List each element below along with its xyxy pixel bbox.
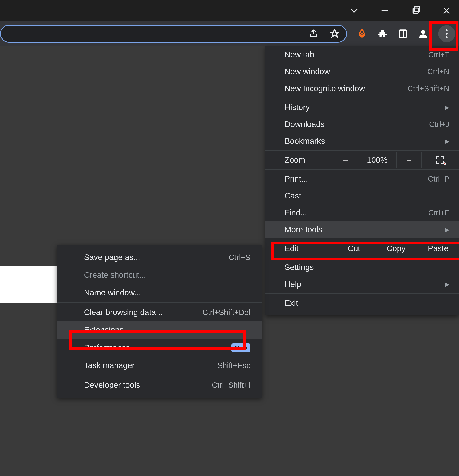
submenu-arrow-icon: ▶ (445, 226, 449, 233)
menu-label: Clear browsing data... (84, 308, 202, 317)
menu-label: History (284, 103, 445, 112)
menu-label: New tab (284, 50, 428, 59)
menu-label: Exit (284, 298, 449, 308)
window-maximize-button[interactable] (407, 2, 424, 19)
menu-label: Help (284, 280, 445, 289)
menu-item-new-tab[interactable]: New tab Ctrl+T (265, 46, 459, 63)
menu-shortcut: Ctrl+F (428, 208, 449, 217)
menu-shortcut: Ctrl+Shift+N (407, 84, 449, 93)
edit-copy-button[interactable]: Copy (375, 240, 417, 257)
submenu-item-task-manager[interactable]: Task manager Shift+Esc (57, 357, 262, 374)
menu-item-new-incognito[interactable]: New Incognito window Ctrl+Shift+N (265, 80, 459, 97)
menu-item-print[interactable]: Print... Ctrl+P (265, 170, 459, 187)
submenu-arrow-icon: ▶ (445, 137, 449, 145)
address-bar[interactable] (0, 25, 347, 42)
menu-item-bookmarks[interactable]: Bookmarks ▶ (265, 133, 459, 150)
menu-item-history[interactable]: History ▶ (265, 99, 459, 116)
menu-label: Save page as... (84, 253, 229, 262)
menu-label: Create shortcut... (84, 270, 250, 280)
svg-marker-5 (331, 29, 338, 37)
menu-shortcut: Ctrl+P (428, 175, 449, 183)
menu-shortcut: Shift+Esc (218, 361, 250, 370)
edit-label: Edit (265, 240, 333, 257)
menu-label: New window (284, 67, 427, 76)
menu-separator (57, 302, 262, 303)
share-icon[interactable] (309, 29, 318, 39)
menu-separator (265, 169, 459, 170)
menu-separator (265, 293, 459, 294)
menu-separator (265, 98, 459, 98)
main-menu: New tab Ctrl+T New window Ctrl+N New Inc… (265, 46, 459, 315)
menu-label: New Incognito window (284, 84, 407, 93)
fullscreen-button[interactable] (421, 152, 459, 169)
menu-item-cast[interactable]: Cast... (265, 187, 459, 204)
tab-search-icon[interactable] (345, 2, 363, 19)
menu-label: Developer tools (84, 380, 212, 390)
menu-label: More tools (284, 225, 445, 234)
zoom-out-button[interactable]: − (333, 152, 358, 169)
menu-label: Find... (284, 208, 428, 217)
svg-point-6 (361, 34, 363, 36)
menu-shortcut: Ctrl+N (427, 67, 449, 76)
submenu-item-extensions[interactable]: Extensions (57, 321, 262, 339)
menu-item-downloads[interactable]: Downloads Ctrl+J (265, 116, 459, 133)
menu-label: Performance (84, 343, 227, 352)
menu-label: Settings (284, 263, 449, 272)
zoom-label: Zoom (265, 155, 333, 165)
menu-label: Cast... (284, 191, 449, 200)
more-tools-submenu: Save page as... Ctrl+S Create shortcut..… (57, 245, 262, 398)
browser-toolbar (0, 21, 459, 46)
menu-item-find[interactable]: Find... Ctrl+F (265, 204, 459, 221)
window-titlebar (0, 0, 459, 21)
submenu-item-performance[interactable]: Performance New (57, 339, 262, 357)
extension-flame-icon[interactable] (357, 28, 367, 39)
submenu-arrow-icon: ▶ (445, 104, 449, 111)
new-badge: New (231, 343, 250, 352)
window-minimize-button[interactable] (376, 2, 394, 19)
menu-separator (265, 150, 459, 151)
menu-item-more-tools[interactable]: More tools ▶ (265, 221, 459, 238)
menu-shortcut: Ctrl+Shift+Del (202, 308, 250, 317)
menu-label: Name window... (84, 288, 250, 297)
svg-rect-2 (415, 7, 420, 12)
menu-item-exit[interactable]: Exit (265, 295, 459, 312)
menu-item-settings[interactable]: Settings (265, 259, 459, 276)
menu-shortcut: Ctrl+J (429, 120, 449, 129)
profile-avatar-icon[interactable] (418, 28, 429, 39)
zoom-in-button[interactable]: + (396, 152, 421, 169)
svg-rect-7 (399, 30, 406, 37)
submenu-item-name-window[interactable]: Name window... (57, 284, 262, 302)
customize-chrome-button[interactable] (438, 25, 455, 42)
bookmark-star-icon[interactable] (330, 29, 339, 39)
edit-paste-button[interactable]: Paste (417, 240, 459, 257)
side-panel-icon[interactable] (397, 28, 408, 39)
menu-shortcut: Ctrl+T (428, 50, 449, 59)
submenu-arrow-icon: ▶ (445, 280, 449, 288)
menu-shortcut: Ctrl+Shift+I (212, 381, 250, 390)
menu-shortcut: Ctrl+S (229, 253, 250, 262)
menu-label: Extensions (84, 325, 250, 335)
submenu-item-create-shortcut[interactable]: Create shortcut... (57, 266, 262, 284)
svg-point-9 (421, 30, 425, 34)
menu-separator (265, 258, 459, 258)
menu-label: Downloads (284, 120, 429, 129)
menu-item-zoom: Zoom − 100% + (265, 152, 459, 169)
extensions-puzzle-icon[interactable] (377, 28, 388, 39)
edit-cut-button[interactable]: Cut (333, 240, 375, 257)
menu-label: Task manager (84, 361, 218, 370)
menu-label: Bookmarks (284, 136, 445, 146)
submenu-item-save-page[interactable]: Save page as... Ctrl+S (57, 248, 262, 266)
menu-separator (265, 239, 459, 239)
submenu-item-clear-browsing-data[interactable]: Clear browsing data... Ctrl+Shift+Del (57, 304, 262, 321)
fullscreen-icon (436, 156, 444, 164)
page-fragment (0, 266, 57, 304)
submenu-item-developer-tools[interactable]: Developer tools Ctrl+Shift+I (57, 376, 262, 394)
menu-separator (57, 375, 262, 375)
menu-label: Print... (284, 174, 428, 183)
menu-item-edit: Edit Cut Copy Paste (265, 240, 459, 257)
svg-rect-1 (413, 8, 418, 13)
menu-item-new-window[interactable]: New window Ctrl+N (265, 63, 459, 80)
window-close-button[interactable] (438, 2, 455, 19)
menu-item-help[interactable]: Help ▶ (265, 276, 459, 293)
zoom-value: 100% (358, 152, 396, 169)
